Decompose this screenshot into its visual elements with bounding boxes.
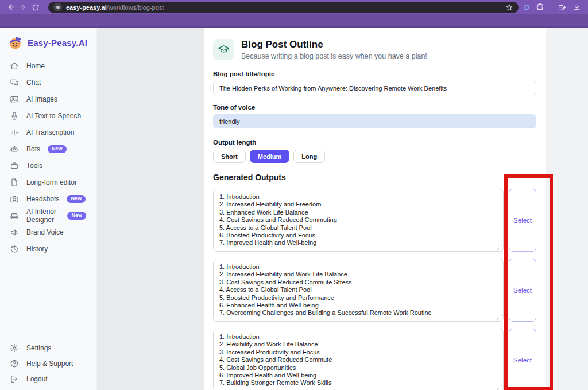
sidebar-item-label: Chat <box>26 79 41 87</box>
screenshot-root: easy-peasy.ai/workflows/blog-post D <box>0 0 588 390</box>
forward-icon <box>19 3 28 11</box>
new-badge: New <box>67 212 86 220</box>
title-field-label: Blog post title/topic <box>213 71 536 77</box>
sidebar-item-label: AI Transcription <box>26 128 74 136</box>
url-host: easy-peasy.ai <box>66 4 107 11</box>
tone-of-voice-input[interactable] <box>213 114 536 128</box>
workflow-header: Blog Post Outline Because writing a blog… <box>213 39 536 60</box>
sidebar-item-history[interactable]: History <box>0 240 96 257</box>
sidebar-item-label: Tools <box>26 162 42 170</box>
logo[interactable]: Easy-Peasy.AI <box>0 28 96 56</box>
reload-button[interactable] <box>30 2 41 13</box>
site-info-icon[interactable] <box>53 3 62 11</box>
graduation-cap-icon <box>218 44 230 56</box>
megaphone-icon <box>10 228 19 237</box>
back-icon <box>6 3 15 11</box>
address-bar[interactable]: easy-peasy.ai/workflows/blog-post <box>48 2 519 13</box>
output-textarea-3[interactable]: 1. Introduction 2. Flexibility and Work-… <box>213 329 504 390</box>
document-icon <box>10 178 19 187</box>
blog-title-input[interactable] <box>213 81 536 95</box>
sidebar-item-label: Headshots <box>26 195 59 203</box>
sidebar-item-label: Settings <box>26 344 51 352</box>
sidebar-item-label: History <box>26 245 48 253</box>
waveform-icon <box>10 128 19 137</box>
history-icon <box>10 244 19 253</box>
page-title: Blog Post Outline <box>241 39 427 50</box>
sofa-icon <box>10 211 19 220</box>
tools-bag-icon <box>10 161 19 170</box>
workflow-icon-container <box>213 39 234 60</box>
bookmark-star-icon[interactable] <box>505 3 513 11</box>
output-textarea-wrap: 1. Introduction 2. Increased Flexibility… <box>213 259 504 322</box>
sidebar: Easy-Peasy.AI Home Chat AI Images AI Tex… <box>0 28 96 390</box>
image-icon <box>10 95 19 104</box>
select-output-3-button[interactable]: Select <box>509 329 536 390</box>
reload-icon <box>32 3 40 11</box>
gear-icon <box>10 344 19 353</box>
microphone-icon <box>10 111 19 120</box>
select-output-1-button[interactable]: Select <box>509 189 536 252</box>
new-badge: New <box>48 145 67 153</box>
output-row: 1. Introduction 2. Increased Flexibility… <box>213 189 536 252</box>
easy-peasy-mascot-icon <box>7 35 23 50</box>
content-left-gutter <box>97 28 204 390</box>
sidebar-item-label: Brand Voice <box>26 228 64 236</box>
logout-icon <box>10 375 19 384</box>
d-extension-icon[interactable]: D <box>524 3 529 11</box>
forward-button[interactable] <box>17 2 29 13</box>
sidebar-item-headshots[interactable]: Headshots New <box>0 190 96 207</box>
sidebar-item-label: Long-form editor <box>26 178 77 186</box>
output-length-options: Short Medium Long <box>213 150 536 163</box>
page-subtitle: Because writing a blog post is easy when… <box>241 52 427 60</box>
toolbar-divider <box>551 3 551 11</box>
tone-field-label: Tone of voice <box>213 104 536 111</box>
sidebar-item-ai-images[interactable]: AI Images <box>0 91 96 107</box>
output-textarea-2[interactable]: 1. Introduction 2. Increased Flexibility… <box>213 259 504 322</box>
toolbar-right-icons: D <box>524 3 583 11</box>
chat-icon <box>10 78 19 87</box>
generated-outputs-heading: Generated Outputs <box>213 173 536 182</box>
sidebar-item-bots[interactable]: Bots New <box>0 141 96 157</box>
sidebar-item-settings[interactable]: Settings <box>0 340 96 356</box>
new-badge: New <box>67 195 86 203</box>
sidebar-item-brand-voice[interactable]: Brand Voice <box>0 224 96 240</box>
logo-text: Easy-Peasy.AI <box>28 38 87 48</box>
url-path: /workflows/blog-post <box>107 4 164 11</box>
back-button[interactable] <box>5 2 16 13</box>
select-output-2-button[interactable]: Select <box>509 259 536 322</box>
output-textarea-wrap: 1. Introduction 2. Flexibility and Work-… <box>213 329 504 390</box>
sidebar-footer: Settings Help & Support Logout <box>0 340 96 387</box>
side-panel-icon[interactable] <box>558 3 566 11</box>
output-textarea-wrap: 1. Introduction 2. Increased Flexibility… <box>213 189 504 252</box>
sidebar-item-long-form-editor[interactable]: Long-form editor <box>0 174 96 190</box>
help-icon <box>10 359 19 368</box>
workflow-header-text: Blog Post Outline Because writing a blog… <box>241 39 427 60</box>
length-option-medium[interactable]: Medium <box>250 150 290 163</box>
sidebar-item-ai-interior-designer[interactable]: AI Interior Designer New <box>0 207 96 224</box>
sidebar-nav: Home Chat AI Images AI Text-to-Speech AI… <box>0 56 96 257</box>
camera-icon <box>10 194 19 204</box>
sidebar-item-label: AI Interior Designer <box>26 208 60 224</box>
sidebar-item-ai-transcription[interactable]: AI Transcription <box>0 124 96 141</box>
download-icon[interactable] <box>572 3 581 11</box>
extensions-puzzle-icon[interactable] <box>536 3 544 11</box>
length-option-short[interactable]: Short <box>213 150 246 163</box>
output-textarea-1[interactable]: 1. Introduction 2. Increased Flexibility… <box>213 189 504 252</box>
robot-icon <box>10 145 19 154</box>
output-row: 1. Introduction 2. Increased Flexibility… <box>213 259 536 322</box>
browser-toolbar: easy-peasy.ai/workflows/blog-post D <box>0 0 588 14</box>
output-row: 1. Introduction 2. Flexibility and Work-… <box>213 329 536 390</box>
sidebar-item-help-support[interactable]: Help & Support <box>0 356 96 371</box>
sidebar-item-label: Help & Support <box>26 360 73 368</box>
sidebar-item-ai-text-to-speech[interactable]: AI Text-to-Speech <box>0 107 96 124</box>
home-icon <box>10 61 19 71</box>
url-text: easy-peasy.ai/workflows/blog-post <box>66 4 164 11</box>
sidebar-item-label: Logout <box>26 375 48 383</box>
sidebar-item-home[interactable]: Home <box>0 57 96 74</box>
sidebar-item-label: AI Images <box>26 95 57 103</box>
length-option-long[interactable]: Long <box>293 150 325 163</box>
sidebar-item-logout[interactable]: Logout <box>0 371 96 387</box>
sidebar-item-label: Bots <box>26 145 40 153</box>
sidebar-item-tools[interactable]: Tools <box>0 157 96 174</box>
sidebar-item-chat[interactable]: Chat <box>0 74 96 91</box>
